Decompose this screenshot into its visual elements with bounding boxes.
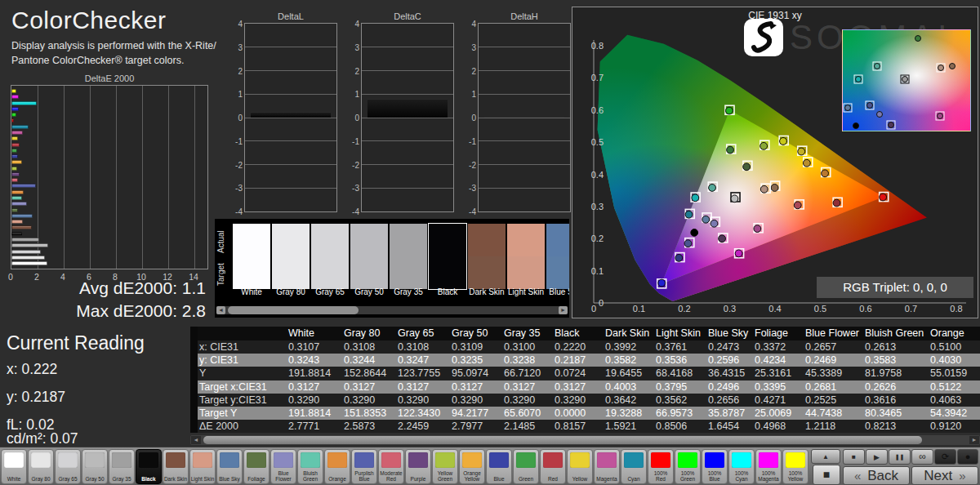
- table-scroll-thumb[interactable]: [203, 436, 922, 444]
- swatch-label: Gray 35: [390, 287, 427, 296]
- cell: 0.4063: [929, 394, 980, 407]
- patch-tile-100-cyan[interactable]: 100% Cyan: [728, 449, 755, 484]
- table-scrollbar[interactable]: ◄ ►: [190, 435, 980, 445]
- swatch-scroll-right-icon[interactable]: ►: [559, 306, 568, 314]
- swatch-scroll-thumb[interactable]: [228, 306, 359, 314]
- cie-measured-cyan: [685, 211, 693, 218]
- cie-y-label: 0.5: [591, 137, 604, 147]
- patch-tile-light-skin[interactable]: Light Skin: [189, 449, 216, 484]
- y-tick-label: -2: [469, 160, 476, 169]
- y-tick-label: 0: [354, 113, 359, 122]
- grid-line: [479, 164, 570, 165]
- patch-tile-gray-65[interactable]: Gray 65: [55, 449, 81, 484]
- patch-tile-blue[interactable]: Blue: [486, 449, 512, 484]
- next-button[interactable]: Next »: [911, 466, 978, 485]
- swatch-target: [546, 256, 569, 289]
- swatch-target: [233, 256, 270, 289]
- row-label: Target Y: [198, 407, 287, 420]
- cell: 0.2613: [863, 340, 929, 354]
- swatch-scroll-left-icon[interactable]: ◄: [216, 306, 225, 314]
- grid-line: [245, 140, 336, 141]
- patch-tile-swatch: [462, 452, 482, 468]
- patch-tile-purplish-blue[interactable]: Purplish Blue: [351, 449, 377, 484]
- stop-button[interactable]: ■: [843, 449, 865, 465]
- y-tick-label: 2: [354, 66, 359, 75]
- patch-tile-swatch: [327, 452, 347, 468]
- cell: 0.2657: [804, 340, 863, 354]
- cell: 0.3583: [863, 354, 929, 367]
- patch-tile-label: Red: [541, 477, 565, 483]
- patch-tile-100-green[interactable]: 100% Green: [675, 449, 701, 484]
- patch-tile-gray-80[interactable]: Gray 80: [28, 449, 54, 484]
- patch-tile-yellow[interactable]: Yellow: [567, 449, 593, 484]
- patch-tile-orange[interactable]: Orange: [324, 449, 350, 484]
- cie-measured-100-red: [880, 194, 887, 201]
- deltae-chart: [11, 85, 208, 269]
- patch-tile-orange-yellow[interactable]: Orange Yellow: [459, 449, 485, 484]
- table-row-δe-2000: ΔE 20002.77712.58732.24592.79772.14850.8…: [190, 420, 980, 433]
- patch-tile-red[interactable]: Red: [540, 449, 566, 484]
- swatch-scrollbar[interactable]: ◄ ►: [216, 306, 568, 314]
- grid-line: [479, 94, 570, 95]
- eject-button[interactable]: ▲: [811, 449, 840, 464]
- swatch-gray-80: [272, 224, 310, 289]
- patch-tile-swatch: [85, 452, 105, 468]
- patch-tile-gray-50[interactable]: Gray 50: [82, 449, 108, 484]
- patch-tile-magenta[interactable]: Magenta: [594, 449, 620, 484]
- delta-bar: [368, 99, 448, 118]
- patch-tile-white[interactable]: White: [1, 449, 27, 484]
- cell: 2.7771: [287, 420, 342, 433]
- cie-y-label: 0.4: [591, 170, 604, 180]
- patch-tile-cyan[interactable]: Cyan: [621, 449, 647, 484]
- inset-measured-dot: [888, 122, 894, 128]
- swatch-gray-35: [390, 224, 427, 289]
- row-label: Target x:CIE31: [198, 380, 287, 394]
- cell: 36.4315: [706, 367, 753, 380]
- cell: 1.6454: [706, 420, 753, 433]
- pause-button[interactable]: ❚❚: [889, 449, 911, 465]
- patch-tile-blue-sky[interactable]: Blue Sky: [216, 449, 243, 484]
- patch-tile-yellow-green[interactable]: Yellow Green: [432, 449, 458, 484]
- patch-tile-foliage[interactable]: Foliage: [243, 449, 270, 484]
- back-button[interactable]: « Back: [843, 466, 910, 485]
- cie-measured-100-green: [726, 107, 733, 114]
- grid-line: [142, 86, 143, 269]
- play-button[interactable]: ▶: [866, 449, 888, 465]
- current-patch-button[interactable]: ■: [813, 465, 840, 485]
- delta-chart-deltah: DeltaH43210-1-2-3-4: [465, 0, 571, 214]
- inset-measured-dot: [949, 63, 956, 69]
- loop-button[interactable]: ∞: [911, 449, 933, 465]
- patch-tile-moderate-red[interactable]: Moderate Red: [378, 449, 404, 484]
- soomal-logo-icon: [744, 19, 783, 56]
- y-tick-label: 4: [238, 20, 243, 29]
- patch-tile-gray-35[interactable]: Gray 35: [109, 449, 135, 484]
- page-title: ColorChecker: [11, 7, 166, 34]
- patch-tile-black[interactable]: Black: [136, 449, 162, 484]
- patch-tile-dark-skin[interactable]: Dark Skin: [163, 449, 189, 484]
- deltae-bar-100-red: [11, 118, 14, 122]
- patch-tile-100-magenta[interactable]: 100% Magenta: [755, 449, 782, 484]
- swatch-label: Blue Sky: [546, 287, 569, 296]
- patch-tile-100-blue[interactable]: 100% Blue: [702, 449, 728, 484]
- deltae-bar-cyan: [11, 125, 29, 129]
- max-de2000: Max dE2000: 2.8: [0, 301, 206, 321]
- patch-tile-bluish-green[interactable]: Bluish Green: [297, 449, 323, 484]
- row-label: Target y:CIE31: [198, 394, 287, 407]
- patch-tile-swatch: [408, 452, 428, 468]
- patch-tile-green[interactable]: Green: [513, 449, 539, 484]
- cie-measured-purplish-blue: [684, 240, 692, 247]
- patch-tile-100-red[interactable]: 100% Red: [648, 449, 674, 484]
- patch-tile-swatch: [732, 452, 751, 468]
- row-label: Y: [198, 367, 287, 380]
- patch-tile-100-yellow[interactable]: 100% Yellow: [782, 449, 808, 484]
- table-scroll-left-icon[interactable]: ◄: [191, 436, 201, 444]
- cell: 0.3109: [450, 340, 502, 354]
- patch-tile-purple[interactable]: Purple: [405, 449, 431, 484]
- patch-tile-blue-flower[interactable]: Blue Flower: [270, 449, 296, 484]
- cell: 122.3430: [396, 407, 450, 420]
- record-button[interactable]: ●: [957, 449, 978, 465]
- refresh-button[interactable]: ⟳: [934, 449, 956, 465]
- cie-measured-black: [691, 229, 698, 236]
- table-scroll-right-icon[interactable]: ►: [969, 436, 979, 444]
- cie-x-label: 0.6: [859, 304, 871, 314]
